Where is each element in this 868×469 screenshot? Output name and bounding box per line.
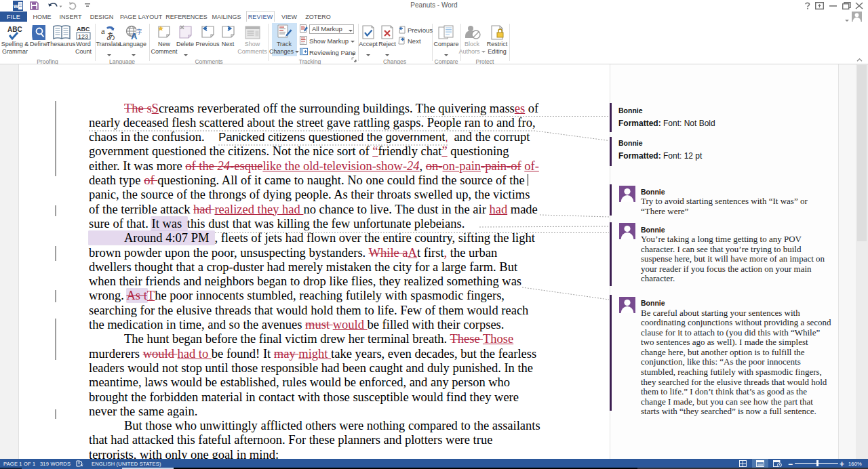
svg-text:字: 字 <box>136 28 142 35</box>
svg-text:あ: あ <box>106 30 115 40</box>
svg-text:a: a <box>101 26 105 36</box>
svg-text:w: w <box>13 3 19 9</box>
svg-text:123: 123 <box>78 33 88 40</box>
svg-text:ABC: ABC <box>77 26 90 33</box>
svg-text:ABC: ABC <box>7 26 22 33</box>
